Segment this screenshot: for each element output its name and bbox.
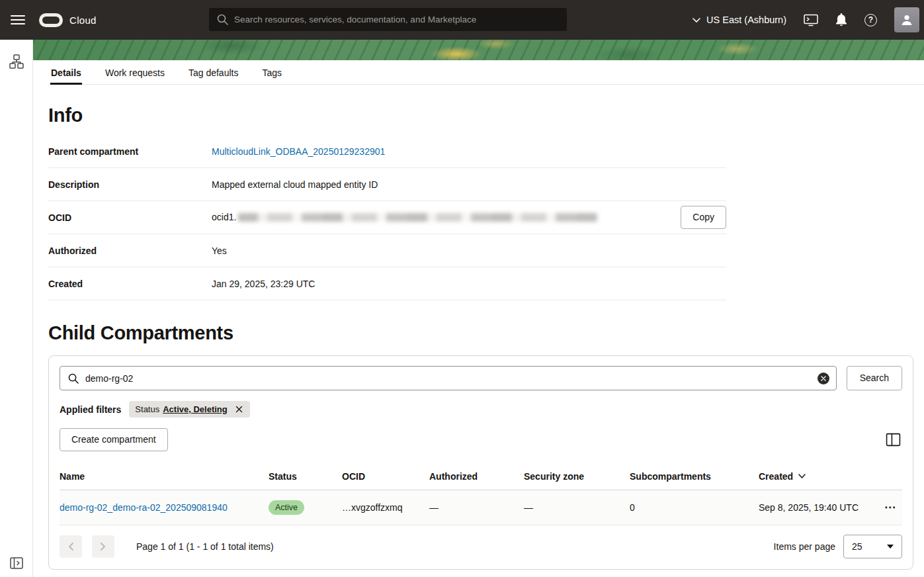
remove-filter-button[interactable] [234, 404, 244, 414]
info-row-parent-compartment: Parent compartment MulticloudLink_ODBAA_… [48, 135, 726, 168]
compartment-search-box[interactable] [60, 366, 837, 390]
tab-tags[interactable]: Tags [261, 60, 282, 84]
sidebar [0, 40, 33, 577]
topbar-actions: US East (Ashburn) ? [693, 7, 924, 32]
child-compartments-panel: Search Applied filters Status Active, De… [48, 355, 913, 570]
create-compartment-button[interactable]: Create compartment [60, 428, 168, 451]
ocid-redacted-value [238, 213, 599, 222]
help-button[interactable]: ? [864, 14, 877, 26]
oracle-logo-icon[interactable] [39, 13, 63, 27]
applied-filters-label: Applied filters [60, 404, 121, 415]
notifications-button[interactable] [835, 13, 847, 26]
next-page-button[interactable] [92, 535, 114, 558]
caret-down-icon [887, 545, 894, 549]
cell-authorized: — [429, 502, 524, 513]
search-icon [68, 373, 79, 384]
table-row: demo-rg-02_demo-ra-02_202509081940 Activ… [60, 490, 902, 525]
info-row-description: Description Mapped external cloud mapped… [48, 168, 726, 201]
cloud-shell-icon [804, 14, 818, 26]
expand-panel-button[interactable] [0, 557, 32, 569]
cell-created: Sep 8, 2025, 19:40 UTC [759, 502, 884, 513]
hamburger-menu-button[interactable] [11, 15, 28, 25]
tab-bar: Details Work requests Tag defaults Tags [48, 60, 924, 85]
cell-security-zone: — [524, 502, 630, 513]
hamburger-icon [11, 15, 25, 25]
cell-subcompartments: 0 [630, 502, 759, 513]
chevron-right-icon [101, 543, 106, 551]
column-header-ocid[interactable]: OCID [342, 471, 429, 482]
page-banner [33, 40, 924, 60]
help-icon: ? [864, 14, 877, 26]
column-header-name[interactable]: Name [60, 471, 269, 482]
close-icon [235, 406, 243, 413]
parent-compartment-link[interactable]: MulticloudLink_ODBAA_20250129232901 [212, 146, 385, 157]
items-per-page-group: Items per page 25 [774, 535, 902, 558]
info-label: Parent compartment [48, 146, 212, 157]
brand-label: Cloud [69, 15, 97, 26]
expand-panel-icon [10, 557, 23, 569]
chip-filter-value-link[interactable]: Active, Deleting [163, 404, 228, 414]
main-content: Details Work requests Tag defaults Tags … [33, 60, 924, 577]
compartment-name-link[interactable]: demo-rg-02_demo-ra-02_202509081940 [60, 502, 228, 513]
pagination-status: Page 1 of 1 (1 - 1 of 1 total items) [136, 541, 274, 552]
info-label: OCID [48, 212, 212, 223]
search-button[interactable]: Search [847, 366, 902, 390]
items-per-page-select[interactable]: 25 [843, 535, 902, 558]
compartments-icon [9, 54, 24, 69]
previous-page-button[interactable] [60, 535, 82, 558]
chevron-down-icon [693, 18, 700, 22]
cloud-shell-button[interactable] [804, 14, 818, 26]
column-header-subcompartments[interactable]: Subcompartments [630, 471, 759, 482]
ocid-prefix: ocid1. [212, 212, 236, 222]
compartments-table: Name Status OCID Authorized Security zon… [60, 467, 902, 525]
info-section: Parent compartment MulticloudLink_ODBAA_… [48, 135, 726, 300]
row-actions-menu-button[interactable]: ⋯ [884, 501, 896, 513]
description-value: Mapped external cloud mapped entity ID [212, 179, 378, 190]
info-label: Description [48, 179, 212, 190]
clear-search-button[interactable] [818, 373, 829, 384]
table-header-row: Name Status OCID Authorized Security zon… [60, 467, 902, 490]
column-header-status[interactable]: Status [269, 471, 342, 482]
compartment-search-input[interactable] [85, 373, 811, 384]
chevron-left-icon [68, 543, 73, 551]
cell-ocid: …xvgzoffzxmq [342, 502, 429, 513]
info-label: Created [48, 279, 212, 289]
user-icon [900, 13, 913, 26]
status-badge: Active [269, 500, 304, 515]
sort-chevron-down-icon [798, 474, 806, 478]
items-per-page-label: Items per page [774, 541, 835, 552]
column-header-authorized[interactable]: Authorized [429, 471, 524, 482]
region-selector[interactable]: US East (Ashburn) [693, 15, 786, 25]
info-row-authorized: Authorized Yes [48, 234, 726, 267]
close-icon [821, 376, 826, 381]
column-header-security-zone[interactable]: Security zone [524, 471, 630, 482]
compartments-nav-item[interactable] [0, 54, 32, 69]
tab-tag-defaults[interactable]: Tag defaults [188, 60, 239, 84]
created-value: Jan 29, 2025, 23:29 UTC [212, 279, 315, 289]
search-icon [217, 14, 228, 25]
bell-icon [835, 13, 847, 26]
profile-avatar[interactable] [894, 7, 919, 32]
pagination-bar: Page 1 of 1 (1 - 1 of 1 total items) Ite… [60, 535, 902, 558]
child-compartments-heading: Child Compartments [48, 322, 913, 344]
topbar: Cloud US East (Ashburn) ? [0, 0, 924, 40]
info-label: Authorized [48, 245, 212, 256]
compartment-search-row: Search [60, 366, 902, 390]
info-row-created: Created Jan 29, 2025, 23:29 UTC [48, 267, 726, 300]
applied-filters-row: Applied filters Status Active, Deleting [60, 401, 902, 418]
columns-icon [886, 433, 901, 447]
global-search-input[interactable] [234, 15, 559, 24]
info-heading: Info [48, 105, 913, 126]
tab-work-requests[interactable]: Work requests [105, 60, 165, 84]
copy-ocid-button[interactable]: Copy [681, 206, 726, 229]
items-per-page-value: 25 [852, 541, 862, 552]
column-settings-button[interactable] [884, 431, 902, 448]
column-header-created[interactable]: Created [759, 471, 884, 482]
global-search-box[interactable] [209, 8, 567, 31]
info-row-ocid: OCID ocid1. Copy [48, 201, 726, 234]
authorized-value: Yes [212, 245, 227, 256]
region-label: US East (Ashburn) [706, 15, 786, 25]
tab-details[interactable]: Details [50, 60, 82, 84]
status-filter-chip: Status Active, Deleting [129, 401, 249, 418]
chip-prefix: Status [135, 404, 159, 414]
